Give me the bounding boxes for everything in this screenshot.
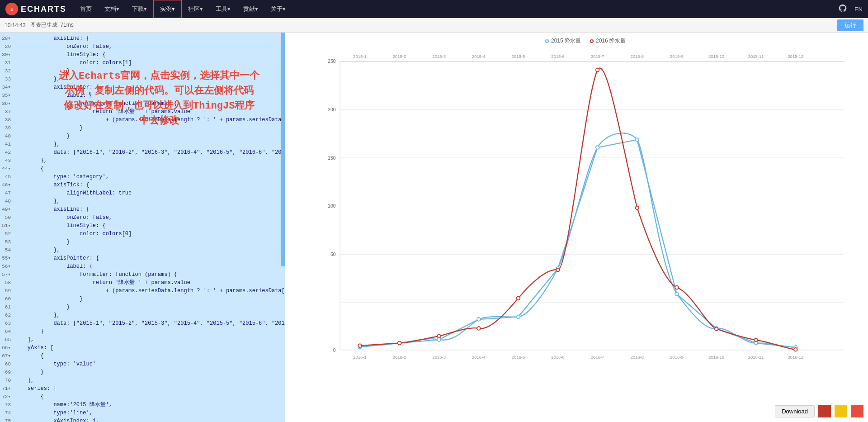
line-number: 49▾ [0, 205, 14, 213]
code-line: 51▾ lineStyle: { [0, 222, 285, 230]
line-content: }, [14, 140, 285, 148]
line-number: 44▾ [0, 165, 14, 173]
line-number: 43 [0, 156, 14, 165]
line-number: 32 [0, 67, 14, 75]
line-content: onZero: false, [14, 43, 285, 51]
dot-2016-4 [477, 327, 481, 330]
nav-examples[interactable]: 实例▾ [153, 0, 182, 18]
code-panel[interactable]: 28▾ axisLine: {29 onZero: false,30▾ line… [0, 33, 285, 422]
code-line: 73 name:'2015 降水量', [0, 401, 285, 409]
line-number: 38 [0, 116, 14, 124]
logo[interactable]: E ECHARTS [5, 3, 66, 15]
nav-community[interactable]: 社区▾ [182, 0, 209, 18]
code-line: 66▾ yAxis: [ [0, 344, 285, 352]
line-number: 33 [0, 75, 14, 83]
line-content: } [14, 67, 285, 75]
code-line: 50 onZero: false, [0, 213, 285, 222]
nav-download[interactable]: 下载▾ [126, 0, 153, 18]
line-content: name:'2015 降水量', [14, 401, 285, 409]
line-number: 52 [0, 230, 14, 238]
dot-2016-7 [596, 68, 599, 72]
dot-2015-4 [477, 318, 481, 321]
code-line: 39 } [0, 124, 285, 132]
code-line: 59 + (params.seriesData.length ? ': ' + … [0, 287, 285, 295]
line-content: axisPointer: { [14, 254, 285, 262]
line-content: color: colors[0] [14, 230, 285, 238]
svg-text:2015-10: 2015-10 [708, 54, 724, 59]
dot-2016-1 [358, 344, 362, 347]
line-content: }, [14, 246, 285, 254]
line-number: 59 [0, 287, 14, 295]
code-line: 60 } [0, 295, 285, 303]
code-line: 44▾ { [0, 165, 285, 173]
line-content: } [14, 368, 285, 376]
code-content: 28▾ axisLine: {29 onZero: false,30▾ line… [0, 33, 285, 422]
dot-2016-6 [556, 268, 560, 272]
code-line: 68 type: 'value' [0, 360, 285, 368]
color-swatch-3[interactable] [851, 405, 863, 417]
code-line: 36▾ formatter: function (params) { [0, 100, 285, 108]
line-content: { [14, 165, 285, 173]
line-content: lineStyle: { [14, 51, 285, 59]
line-number: 63 [0, 319, 14, 327]
line-number: 37 [0, 108, 14, 116]
lang-toggle[interactable]: EN [854, 6, 863, 13]
nav-tools[interactable]: 工具▾ [209, 0, 237, 18]
line-content: onZero: false, [14, 213, 285, 222]
nav-about[interactable]: 关于▾ [264, 0, 292, 18]
line-content: type:'line', [14, 409, 285, 417]
legend-2015: 2015 降水量 [545, 37, 581, 45]
code-line: 45 type: 'category', [0, 173, 285, 181]
chart-svg: 250 200 150 100 50 0 2015-1 2015-2 2015-… [312, 48, 859, 402]
run-button[interactable]: 运行 [837, 19, 863, 31]
line-content: series: [ [14, 384, 285, 393]
line-number: 57▾ [0, 270, 14, 279]
dot-2016-11 [754, 338, 758, 342]
code-line: 53 } [0, 238, 285, 246]
color-swatch-2[interactable] [835, 405, 847, 417]
line-number: 45 [0, 173, 14, 181]
line-content: color: colors[1] [14, 59, 285, 67]
line-number: 34▾ [0, 83, 14, 91]
dot-2016-5 [517, 297, 520, 300]
code-line: 57▾ formatter: function (params) { [0, 270, 285, 279]
code-line: 30▾ lineStyle: { [0, 51, 285, 59]
svg-text:2015-4: 2015-4 [472, 54, 486, 59]
code-line: 64 } [0, 327, 285, 336]
line-content: ], [14, 336, 285, 344]
line-content: label: { [14, 91, 285, 100]
github-icon[interactable] [838, 4, 847, 15]
line-content: }, [14, 311, 285, 319]
code-line: 29 onZero: false, [0, 43, 285, 51]
line-content: data: ["2015-1", "2015-2", "2015-3", "20… [14, 319, 285, 327]
nav-contribute[interactable]: 贡献▾ [237, 0, 264, 18]
svg-text:0: 0 [333, 348, 336, 353]
line-number: 29 [0, 43, 14, 51]
svg-text:250: 250 [328, 59, 336, 64]
download-button[interactable]: Download [775, 405, 815, 417]
nav-home[interactable]: 首页 [74, 0, 98, 18]
code-line: 67▾ { [0, 352, 285, 360]
line-number: 28▾ [0, 34, 14, 43]
color-swatch-1[interactable] [818, 405, 831, 417]
code-line: 33 }, [0, 75, 285, 83]
line-number: 53 [0, 238, 14, 246]
line-number: 68 [0, 360, 14, 368]
line-content: axisTick: { [14, 181, 285, 189]
dot-2016-9 [675, 286, 679, 289]
svg-text:2016-11: 2016-11 [748, 355, 764, 360]
dot-2015-9 [675, 292, 679, 296]
line-content: }, [14, 197, 285, 205]
code-line: 55▾ axisPointer: { [0, 254, 285, 262]
download-bar: Download [775, 405, 863, 417]
logo-text: ECHARTS [21, 5, 66, 14]
svg-text:2015-1: 2015-1 [353, 54, 367, 59]
line-number: 36▾ [0, 100, 14, 108]
svg-text:2016-8: 2016-8 [630, 355, 644, 360]
nav-docs[interactable]: 文档▾ [98, 0, 126, 18]
line-number: 48 [0, 197, 14, 205]
status-bar: 10:14:43 图表已生成, 71ms 运行 [0, 18, 868, 33]
scrollbar[interactable] [281, 33, 285, 266]
line-number: 47 [0, 189, 14, 197]
svg-text:2016-3: 2016-3 [432, 355, 446, 360]
